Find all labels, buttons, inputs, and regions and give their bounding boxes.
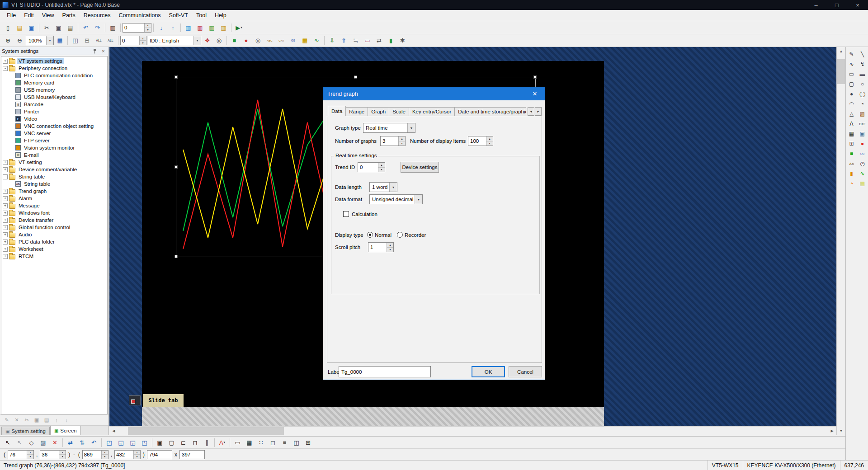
transfer-from-vt-icon[interactable]: ⇧ bbox=[338, 35, 349, 46]
tree-item-global-function-control[interactable]: +Global function control bbox=[1, 224, 107, 231]
text-part-icon[interactable]: ABC bbox=[264, 35, 275, 46]
expand-icon[interactable]: + bbox=[3, 189, 8, 194]
save-file-icon[interactable]: ▣ bbox=[26, 23, 37, 33]
transfer-to-vt-icon[interactable]: ⇩ bbox=[326, 35, 338, 46]
line-tool-icon[interactable]: ╲ bbox=[858, 50, 868, 59]
tree-item-device-comment-variable[interactable]: +Device comment/variable bbox=[1, 166, 107, 173]
selection-y1-spinner-value[interactable] bbox=[40, 451, 59, 459]
grid-icon[interactable]: ▦ bbox=[54, 35, 66, 46]
expand-icon[interactable]: + bbox=[3, 211, 8, 216]
spin-down-icon[interactable]: ▾ bbox=[27, 455, 33, 459]
align-left-icon[interactable]: ⊏ bbox=[178, 437, 189, 448]
circle-tool-icon[interactable]: ○ bbox=[858, 80, 868, 89]
table-tool-icon[interactable]: ▦ bbox=[847, 129, 857, 138]
menu-tool[interactable]: Tool bbox=[192, 11, 211, 20]
scroll-pitch-spinner[interactable]: ▴▾ bbox=[368, 242, 394, 252]
spin-down-icon[interactable]: ▾ bbox=[145, 28, 151, 32]
select-tool-icon[interactable]: ↖ bbox=[2, 437, 14, 448]
page-number-spinner[interactable]: ▴▾ bbox=[123, 23, 151, 33]
lamp-part-icon[interactable]: ● bbox=[241, 35, 252, 46]
tab-scale[interactable]: Scale bbox=[389, 107, 409, 116]
preview-window-icon[interactable]: ◫ bbox=[291, 437, 302, 448]
property-icon[interactable]: ✎ bbox=[2, 416, 11, 424]
tree-item-plc-communication-condition[interactable]: +PLC communication condition bbox=[1, 72, 107, 79]
undo-icon[interactable]: ↶ bbox=[80, 23, 91, 33]
tree-item-vision-system-monitor[interactable]: +Vision system monitor bbox=[1, 144, 107, 151]
ok-button[interactable]: OK bbox=[472, 366, 505, 377]
move-forward-icon[interactable]: ◲ bbox=[127, 437, 138, 448]
verify-icon[interactable]: ≒ bbox=[350, 35, 361, 46]
tree-item-string-table[interactable]: +abString table bbox=[1, 180, 107, 188]
expand-icon[interactable]: + bbox=[3, 160, 8, 165]
document-search-icon[interactable]: ◎ bbox=[252, 35, 264, 46]
graph-part-icon[interactable]: ∿ bbox=[311, 35, 322, 46]
language-combo[interactable]: ID0 : English▼ bbox=[147, 36, 201, 45]
copy-icon[interactable]: ▣ bbox=[32, 416, 41, 424]
tree-item-alarm[interactable]: +Alarm bbox=[1, 195, 107, 202]
tile-vertical-icon[interactable]: ◫ bbox=[70, 35, 81, 46]
copy-icon[interactable]: ▣ bbox=[53, 23, 64, 33]
h-scroll-track[interactable] bbox=[118, 427, 828, 435]
spin-up-icon[interactable]: ▴ bbox=[486, 136, 493, 141]
spinner-buttons[interactable]: ▴▾ bbox=[486, 136, 493, 146]
open-file-icon[interactable]: ▤ bbox=[14, 23, 25, 33]
tree-item-audio[interactable]: +Audio bbox=[1, 231, 107, 238]
spin-up-icon[interactable]: ▴ bbox=[387, 243, 393, 248]
selection-x2-spinner[interactable]: ▴▾ bbox=[82, 450, 108, 459]
rounded-rect-tool-icon[interactable]: ▢ bbox=[847, 80, 857, 89]
tree-item-vt-system-settings[interactable]: +VT system settings bbox=[1, 57, 107, 65]
frame-tool-icon[interactable]: ◻ bbox=[267, 437, 278, 448]
tree-item-e-mail[interactable]: +✉E-mail bbox=[1, 151, 107, 159]
paint-tool-icon[interactable]: ▨ bbox=[858, 109, 868, 118]
selection-y2-spinner-value[interactable] bbox=[115, 451, 133, 459]
spin-up-icon[interactable]: ▴ bbox=[27, 451, 33, 455]
next-page-icon[interactable]: ↓ bbox=[156, 23, 167, 33]
spline-tool-icon[interactable]: ∿ bbox=[847, 60, 857, 69]
delete-icon[interactable]: ✕ bbox=[49, 437, 61, 448]
selection-x2-spinner-value[interactable] bbox=[83, 451, 101, 459]
horizontal-scrollbar[interactable]: ◀ ▶ bbox=[109, 426, 836, 435]
collapse-icon[interactable]: - bbox=[3, 174, 8, 179]
selection-y1-spinner[interactable]: ▴▾ bbox=[40, 450, 66, 459]
menu-parts[interactable]: Parts bbox=[58, 11, 80, 20]
number-of-display-items-spinner[interactable]: ▴▾ bbox=[468, 136, 493, 146]
scale-tool-icon[interactable]: ⊞ bbox=[847, 139, 857, 148]
tree-item-windows-font[interactable]: +Windows font bbox=[1, 209, 107, 216]
spinner-buttons[interactable]: ▴▾ bbox=[139, 36, 146, 45]
image-edit-icon[interactable]: ▨ bbox=[38, 437, 49, 448]
expand-icon[interactable]: + bbox=[3, 203, 8, 208]
selection-x1-spinner-value[interactable] bbox=[8, 451, 27, 459]
chevron-down-icon[interactable]: ▼ bbox=[415, 195, 422, 204]
color-palette-icon[interactable]: ❖ bbox=[202, 35, 213, 46]
pencil-tool-icon[interactable]: ✎ bbox=[847, 50, 857, 59]
cut-icon[interactable]: ✂ bbox=[22, 416, 31, 424]
selection-width-box[interactable] bbox=[147, 450, 172, 459]
h-scroll-thumb[interactable] bbox=[128, 427, 284, 435]
spinner-buttons[interactable]: ▴▾ bbox=[398, 136, 405, 146]
spinner-buttons[interactable]: ▴▾ bbox=[59, 451, 66, 459]
spin-up-icon[interactable]: ▴ bbox=[145, 24, 151, 28]
meter-part-icon[interactable]: ◔ bbox=[847, 179, 857, 188]
scroll-right-icon[interactable]: ▶ bbox=[828, 427, 836, 435]
screen-copy-icon[interactable]: ▥ bbox=[194, 23, 206, 33]
fit-height-icon[interactable]: ALL bbox=[93, 35, 104, 46]
tree-item-message[interactable]: +Message bbox=[1, 202, 107, 209]
spin-up-icon[interactable]: ▴ bbox=[140, 36, 146, 41]
tree-item-plc-data-folder[interactable]: +PLC data folder bbox=[1, 238, 107, 245]
paste-icon[interactable]: ▤ bbox=[42, 416, 51, 424]
maximize-button[interactable]: □ bbox=[826, 0, 847, 10]
flip-vertical-icon[interactable]: ⇅ bbox=[76, 437, 88, 448]
selection-handle[interactable] bbox=[533, 75, 537, 79]
grid-snap-icon[interactable]: ▦ bbox=[244, 437, 255, 448]
zoom-combo[interactable]: 100%▼ bbox=[26, 36, 54, 45]
menu-communications[interactable]: Communications bbox=[115, 11, 165, 20]
screen-delete-icon[interactable]: ▥ bbox=[218, 23, 229, 33]
send-to-back-icon[interactable]: ◱ bbox=[115, 437, 127, 448]
selection-height-box[interactable] bbox=[179, 450, 205, 459]
tree-item-printer[interactable]: +Printer bbox=[1, 108, 107, 115]
tree-item-worksheet[interactable]: +Worksheet bbox=[1, 245, 107, 253]
numeric-part-icon[interactable]: 09 bbox=[288, 35, 299, 46]
spinner-buttons[interactable]: ▴▾ bbox=[101, 451, 108, 459]
keypad-part-icon[interactable]: ▦ bbox=[858, 179, 868, 188]
vertex-edit-icon[interactable]: ◇ bbox=[26, 437, 37, 448]
